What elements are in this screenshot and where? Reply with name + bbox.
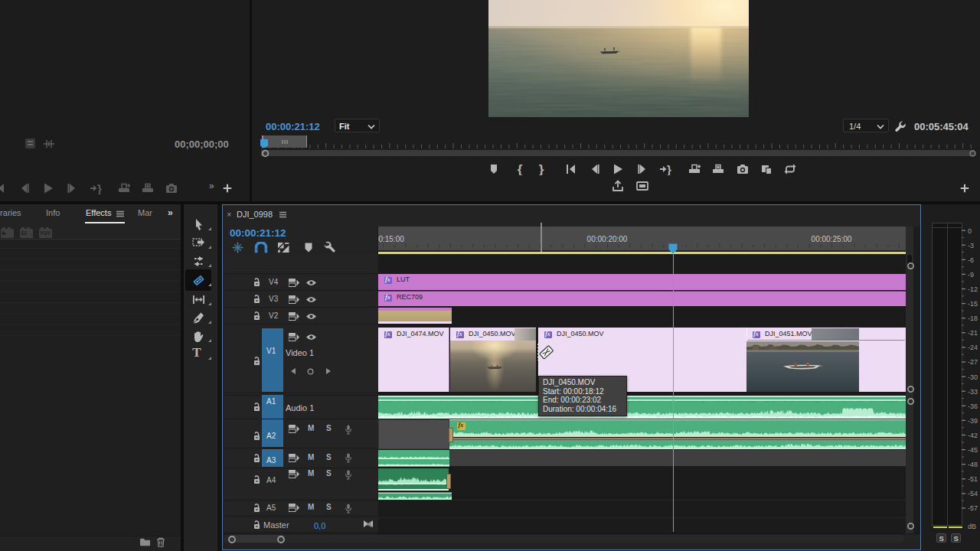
svg-text:-48: -48: [968, 461, 978, 468]
svg-text:-6: -6: [968, 256, 974, 264]
svg-text:-18: -18: [968, 315, 978, 322]
svg-text:-15: -15: [968, 300, 978, 308]
svg-text:}: }: [539, 163, 544, 175]
svg-text:-57: -57: [968, 504, 978, 512]
svg-text:{: {: [518, 163, 523, 175]
svg-text:}: }: [667, 163, 671, 175]
svg-text:-45: -45: [968, 446, 978, 454]
svg-text:-30: -30: [968, 373, 978, 381]
svg-text:-39: -39: [968, 417, 978, 425]
svg-text:dB: dB: [968, 523, 976, 530]
svg-text:-33: -33: [968, 388, 978, 396]
svg-text:-54: -54: [968, 490, 978, 497]
svg-text:-9: -9: [968, 271, 974, 279]
svg-text:-27: -27: [968, 358, 978, 366]
svg-text:-51: -51: [968, 475, 978, 483]
svg-text:-42: -42: [968, 432, 978, 439]
svg-text:-36: -36: [968, 403, 978, 410]
svg-text:}: }: [97, 182, 102, 194]
svg-text:-21: -21: [968, 329, 978, 337]
svg-text:-24: -24: [968, 344, 978, 351]
svg-text:0: 0: [968, 227, 972, 235]
svg-text:-3: -3: [968, 242, 974, 249]
svg-text:T: T: [192, 346, 201, 359]
svg-text:-12: -12: [968, 285, 978, 293]
